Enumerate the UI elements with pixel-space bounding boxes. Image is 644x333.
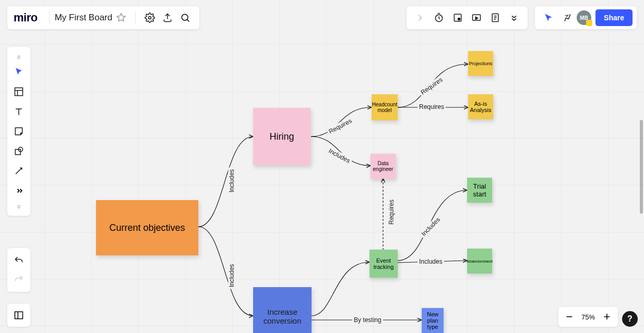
node-as-is-analysis[interactable]: As-is Analysis <box>468 94 493 119</box>
voting-icon[interactable] <box>448 9 467 27</box>
node-trial-start[interactable]: Trial start <box>467 178 492 203</box>
node-new-plan-type[interactable]: New plan type <box>422 308 444 333</box>
node-data-engineer[interactable]: Data engineer <box>371 154 396 179</box>
shape-tool-icon[interactable] <box>9 142 28 161</box>
node-event-tracking[interactable]: Event tracking <box>369 250 398 278</box>
zoom-out-button[interactable]: − <box>562 309 577 325</box>
reactions-icon[interactable] <box>558 9 577 27</box>
line-tool-icon[interactable] <box>9 162 28 180</box>
templates-icon[interactable] <box>9 82 28 101</box>
node-label: As-is Analysis <box>468 101 493 113</box>
node-projections[interactable]: Projections <box>468 51 493 76</box>
topbar-right: MB Share <box>407 6 637 29</box>
topbar-left: miro My First Board <box>7 6 199 29</box>
node-headcount-model[interactable]: Headcount model <box>372 94 398 120</box>
frames-panel-icon[interactable] <box>7 304 30 327</box>
node-increase-conversion[interactable]: Increase conversion <box>253 287 312 333</box>
zoom-in-button[interactable]: + <box>599 309 615 325</box>
node-label: Event tracking <box>369 257 398 270</box>
settings-icon[interactable] <box>141 9 159 27</box>
chevron-right-icon[interactable] <box>411 9 430 27</box>
collapse-up-icon[interactable] <box>9 51 28 61</box>
edge-label: Requires <box>388 198 395 226</box>
avatar[interactable]: MB <box>577 10 591 25</box>
node-label: Headcount model <box>372 102 398 113</box>
cursor-icon[interactable] <box>539 9 558 27</box>
help-label: ? <box>627 314 633 324</box>
text-tool-icon[interactable] <box>9 102 28 121</box>
left-toolbar <box>7 47 30 216</box>
select-tool-icon[interactable] <box>9 63 28 81</box>
collapse-down-icon[interactable] <box>9 201 28 212</box>
canvas-grid[interactable] <box>0 0 644 333</box>
svg-rect-7 <box>15 88 23 96</box>
svg-point-4 <box>458 18 460 20</box>
undo-icon[interactable] <box>9 251 28 270</box>
collab-panel: MB Share <box>535 6 637 29</box>
node-label: Trial start <box>467 182 492 198</box>
help-button[interactable]: ? <box>622 311 638 327</box>
export-icon[interactable] <box>159 9 176 27</box>
avatar-initials: MB <box>580 15 588 21</box>
node-label: Increase conversion <box>253 307 312 325</box>
share-button[interactable]: Share <box>595 9 633 26</box>
star-icon[interactable] <box>112 9 130 27</box>
more-tools-icon[interactable] <box>9 181 28 200</box>
node-label: Data engineer <box>371 161 396 172</box>
node-label: Hiring <box>269 131 294 142</box>
notes-icon[interactable] <box>486 9 505 27</box>
separator <box>49 11 50 24</box>
edge-label: Includes <box>418 258 444 265</box>
more-chevrons-icon[interactable] <box>505 9 523 27</box>
node-label: Projections <box>469 61 493 66</box>
edge-label: Includes <box>228 168 235 194</box>
redo-icon[interactable] <box>9 270 28 289</box>
node-abandonment[interactable]: Abandonment <box>467 249 492 274</box>
svg-rect-10 <box>15 312 23 318</box>
svg-rect-3 <box>454 14 461 21</box>
edge-label: Includes <box>228 263 235 289</box>
sticky-note-tool-icon[interactable] <box>9 122 28 141</box>
presentation-icon[interactable] <box>467 9 486 27</box>
timer-icon[interactable] <box>430 9 448 27</box>
node-label: Current objectives <box>109 223 185 233</box>
svg-point-1 <box>182 14 188 20</box>
zoom-level[interactable]: 75% <box>577 313 599 321</box>
separator <box>135 11 136 24</box>
tools-panel <box>407 6 528 29</box>
share-label: Share <box>604 14 624 22</box>
board-title[interactable]: My First Board <box>55 13 113 23</box>
zoom-panel: − 75% + <box>558 307 618 327</box>
node-hiring[interactable]: Hiring <box>253 108 311 165</box>
svg-rect-8 <box>15 150 20 155</box>
node-label: New plan type <box>422 311 444 330</box>
svg-point-0 <box>149 17 151 19</box>
vertical-scrollbar[interactable] <box>640 120 643 214</box>
undo-panel <box>7 248 30 292</box>
edge-label: By testing <box>352 316 383 324</box>
edge-label: Requires <box>418 103 446 110</box>
node-current-objectives[interactable]: Current objectives <box>96 200 198 255</box>
node-label: Abandonment <box>467 259 493 264</box>
miro-logo[interactable]: miro <box>14 11 38 24</box>
search-icon[interactable] <box>176 9 194 27</box>
